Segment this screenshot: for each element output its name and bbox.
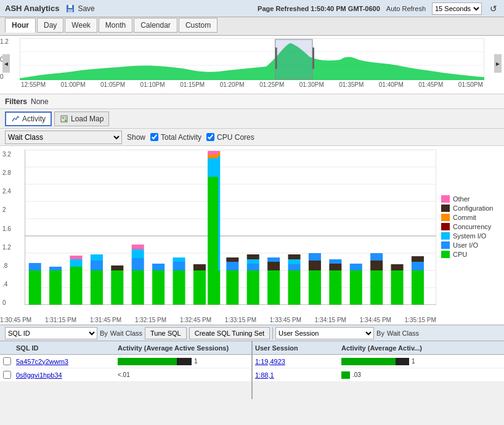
sql-id-select[interactable]: SQL ID [5,327,97,339]
sql-id-link-1[interactable]: 5a457c2y2wwm3 [14,358,115,365]
table-row: 0s8gqvi1hpb34 <.01 [0,368,251,382]
legend-color-system-io [441,232,450,240]
tab-month[interactable]: Month [99,18,132,33]
data-tables: SQL ID Activity (Average Active Sessions… [0,341,504,399]
table-row: 5a457c2y2wwm3 1 [0,355,251,368]
svg-rect-59 [247,254,259,259]
session-id-2[interactable]: 1:88,1 [253,371,339,379]
chart-legend: Other Configuration Commit Concurrency S… [436,146,504,325]
app-header: ASH Analytics Save Page Refreshed 1:50:4… [0,0,504,17]
svg-rect-28 [70,267,82,305]
nav-right-button[interactable]: ► [494,54,502,73]
refresh-button[interactable]: ↺ [488,3,499,14]
svg-rect-56 [247,270,259,305]
row-checkbox-2[interactable] [0,371,14,379]
svg-rect-8 [312,47,314,69]
svg-rect-44 [173,257,185,262]
svg-rect-34 [111,270,123,305]
cpu-cores-label: CPU Cores [217,133,254,142]
svg-rect-13 [65,119,67,121]
svg-rect-72 [329,259,341,264]
tab-hour[interactable]: Hour [5,18,36,33]
overview-chart-area: ◄ ► 1.2 0.6 0 12:55PM01:00PM01:05PM01:10… [0,36,504,94]
svg-rect-60 [267,270,280,305]
total-activity-checkbox[interactable] [150,133,158,141]
svg-rect-67 [309,270,321,305]
cpu-cores-checkbox-group[interactable]: CPU Cores [206,133,254,142]
legend-item-user-io: User I/O [441,241,499,249]
filters-bar: Filters None [0,94,504,109]
cpu-cores-checkbox[interactable] [206,133,214,141]
main-chart-svg[interactable] [25,150,436,305]
tab-custom[interactable]: Custom [179,18,217,33]
legend-color-concurrency [441,223,450,230]
total-activity-checkbox-group[interactable]: Total Activity [150,133,201,142]
session-id-1[interactable]: 1:19,4923 [253,358,339,365]
svg-rect-35 [111,265,123,270]
row-checkbox-1[interactable] [0,357,14,365]
svg-rect-38 [132,249,144,258]
loadmap-icon [60,115,68,123]
svg-rect-51 [208,151,220,152]
svg-rect-58 [247,259,259,264]
legend-item-commit: Commit [441,214,499,221]
col-header-user-session: User Session [253,344,339,352]
svg-rect-63 [288,270,301,305]
controls-bar: Wait Class SQL ID User Session Module Sh… [0,129,504,146]
sql-id-link-2[interactable]: 0s8gqvi1hpb34 [14,371,115,379]
tab-calendar[interactable]: Calendar [134,18,177,33]
save-label: Save [78,4,94,13]
main-chart-area: 3.2 2.8 2.4 2 1.6 1.2 .8 .4 0 [0,146,504,325]
load-map-view-button[interactable]: Load Map [54,111,109,126]
main-chart-container[interactable]: 1:30:45 PM 1:31:15 PM 1:31:45 PM 1:32:15… [0,146,436,325]
svg-rect-26 [49,270,62,305]
divider [272,327,273,339]
legend-item-configuration: Configuration [441,204,499,212]
save-icon [65,4,75,14]
session-activity-1: 1 [339,358,504,365]
session-table-header: User Session Activity (Average Activ...) [253,341,504,355]
svg-rect-36 [132,270,144,305]
tab-week[interactable]: Week [65,18,97,33]
svg-rect-62 [267,257,280,262]
load-map-label: Load Map [71,115,104,123]
legend-color-configuration [441,204,450,212]
save-button[interactable]: Save [65,4,94,14]
legend-item-system-io: System I/O [441,232,499,240]
legend-item-cpu: CPU [441,251,499,258]
svg-rect-31 [91,270,103,305]
svg-rect-41 [152,264,165,270]
svg-rect-30 [70,256,82,259]
dimension-select[interactable]: Wait Class SQL ID User Session Module [5,131,122,144]
overview-time-labels: 12:55PM01:00PM01:05PM01:10PM01:15PM01:20… [20,81,484,88]
svg-rect-74 [350,264,362,270]
svg-rect-68 [309,261,321,270]
bottom-table-area: SQL ID By Wait Class Tune SQL Create SQL… [0,325,504,399]
tune-sql-button[interactable]: Tune SQL [145,327,187,339]
table-row: 1:19,4923 1 [253,355,504,368]
nav-left-button[interactable]: ◄ [2,54,10,73]
session-table-rows: 1:19,4923 1 1:88,1 .03 [253,355,504,382]
session-value-2: .03 [352,371,361,378]
svg-rect-66 [288,254,301,259]
svg-rect-27 [49,267,62,270]
refresh-interval-select[interactable]: 15 Seconds 5 Seconds 30 Seconds 1 Minute… [432,2,482,15]
wait-class-label-right: Wait Class [387,330,419,337]
x-axis-labels: 1:30:45 PM 1:31:15 PM 1:31:45 PM 1:32:15… [0,317,436,323]
session-value-1: 1 [412,358,415,365]
activity-value-1: 1 [194,358,198,365]
svg-rect-57 [247,264,259,270]
tab-day[interactable]: Day [37,18,63,33]
session-activity-2: .03 [339,371,504,379]
create-tuning-set-button[interactable]: Create SQL Tuning Set [189,327,270,339]
table-controls-bar: SQL ID By Wait Class Tune SQL Create SQL… [0,325,504,341]
user-session-select[interactable]: User Session [275,327,374,339]
activity-value-2: <.01 [118,371,130,378]
svg-rect-86 [208,152,218,155]
legend-color-cpu [441,251,450,258]
table-row: 1:88,1 .03 [253,368,504,382]
svg-rect-78 [391,270,404,305]
overview-svg[interactable] [20,38,484,80]
activity-view-button[interactable]: Activity [5,111,52,126]
svg-rect-10 [62,117,64,119]
